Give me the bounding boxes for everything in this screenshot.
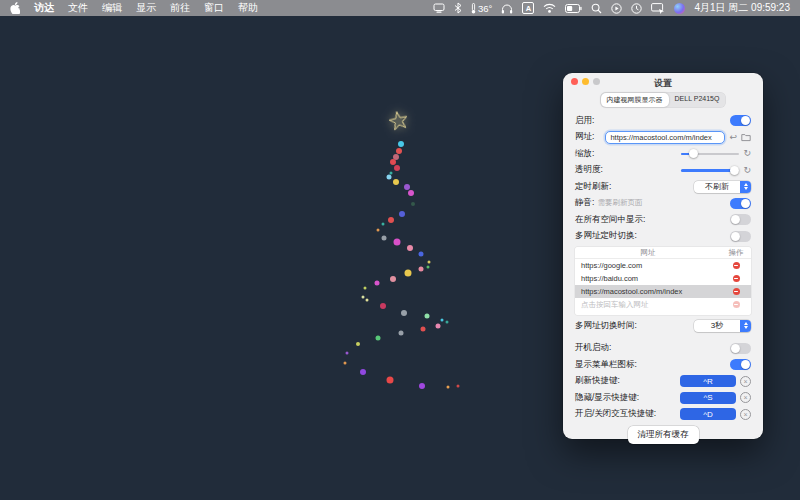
tree-light-dot: [388, 217, 394, 223]
enable-toggle[interactable]: [730, 115, 751, 126]
tree-light-dot: [436, 324, 441, 329]
tree-light-dot: [380, 303, 386, 309]
tree-light-dot: [382, 236, 387, 241]
hide-show-shortcut-label: 隐藏/显示快捷键:: [575, 392, 639, 404]
tree-light-dot: [393, 179, 399, 185]
clock-icon[interactable]: [631, 2, 642, 14]
opacity-reset-icon[interactable]: ↻: [743, 166, 751, 175]
all-spaces-toggle[interactable]: [730, 214, 751, 225]
dropdown-stepper-icon: [740, 320, 751, 332]
menu-item-5[interactable]: 前往: [170, 1, 190, 15]
tab-dell-display[interactable]: DELL P2415Q: [669, 93, 726, 107]
wifi-icon[interactable]: [543, 2, 556, 14]
switch-time-dropdown[interactable]: 3秒: [694, 320, 751, 332]
tree-light-dot: [394, 239, 401, 246]
url-cell: https://google.com: [575, 261, 721, 270]
tree-light-dot: [377, 229, 380, 232]
autostart-label: 开机启动:: [575, 342, 611, 354]
url-row: 网址: ↩: [575, 131, 751, 143]
opacity-slider[interactable]: [681, 166, 739, 175]
menubar-icon-label: 显示菜单栏图标:: [575, 359, 637, 371]
interaction-shortcut-row: 开启/关闭交互快捷键: ^D ×: [575, 408, 751, 420]
menu-bar-clock[interactable]: 4月1日 周二 09:59:23: [694, 1, 790, 15]
menu-item-1[interactable]: 访达: [34, 1, 54, 15]
window-titlebar[interactable]: 设置: [563, 73, 763, 89]
menu-item-4[interactable]: 显示: [136, 1, 156, 15]
url-table-row[interactable]: https://macostool.com/m/index: [575, 285, 751, 298]
mute-toggle[interactable]: [730, 198, 751, 209]
url-table: 网址 操作 https://google.comhttps://baidu.co…: [575, 247, 751, 315]
url-cell: https://baidu.com: [575, 274, 721, 283]
tree-light-dot: [441, 319, 444, 322]
zoom-reset-icon[interactable]: ↻: [743, 149, 751, 158]
multi-url-toggle[interactable]: [730, 231, 751, 242]
remove-url-icon[interactable]: [733, 275, 740, 282]
headphones-icon[interactable]: [501, 2, 513, 14]
autostart-row: 开机启动:: [575, 342, 751, 354]
tree-light-dot: [366, 299, 369, 302]
open-folder-icon[interactable]: [741, 133, 751, 142]
switch-time-label: 多网址切换时间:: [575, 320, 637, 332]
menu-item-6[interactable]: 窗口: [204, 1, 224, 15]
tree-light-dot: [419, 267, 424, 272]
enable-label: 启用:: [575, 115, 594, 127]
tree-light-dot: [356, 342, 360, 346]
clear-cache-button[interactable]: 清理所有缓存: [628, 426, 699, 444]
spotlight-icon[interactable]: [591, 2, 602, 14]
zoom-label: 缩放:: [575, 148, 594, 160]
siri-icon[interactable]: [674, 3, 685, 14]
screen-mirroring-icon[interactable]: [651, 2, 665, 14]
temperature-value: 36°: [478, 3, 492, 14]
clear-shortcut-icon[interactable]: ×: [740, 409, 751, 420]
url-table-row[interactable]: https://baidu.com: [575, 272, 751, 285]
record-icon[interactable]: [611, 2, 622, 14]
tree-light-dot: [427, 266, 430, 269]
clear-shortcut-icon[interactable]: ×: [740, 392, 751, 403]
zoom-slider[interactable]: [681, 149, 739, 158]
tab-builtin-display[interactable]: 内建视网膜显示器: [601, 93, 669, 107]
hide-show-shortcut-key[interactable]: ^S: [680, 392, 736, 404]
tree-light-dot: [419, 383, 425, 389]
tree-light-dot: [394, 165, 400, 171]
apple-menu-icon[interactable]: [10, 2, 20, 14]
timed-refresh-dropdown[interactable]: 不刷新: [694, 181, 751, 193]
url-table-header: 网址 操作: [575, 247, 751, 259]
battery-icon[interactable]: [565, 2, 582, 14]
url-label: 网址:: [575, 131, 594, 143]
input-method-badge[interactable]: A: [522, 2, 534, 14]
menu-item-3[interactable]: 编辑: [102, 1, 122, 15]
dropdown-stepper-icon: [740, 181, 751, 193]
clear-shortcut-icon[interactable]: ×: [740, 376, 751, 387]
url-input-placeholder-row[interactable]: 点击按回车输入网址: [575, 298, 751, 311]
desktop: 访达文件编辑显示前往窗口帮助 36° A: [0, 0, 800, 500]
go-url-icon[interactable]: ↩: [729, 133, 737, 142]
multi-url-row: 多网址定时切换:: [575, 230, 751, 242]
multi-url-label: 多网址定时切换:: [575, 230, 637, 242]
enable-row: 启用:: [575, 115, 751, 127]
timed-refresh-row: 定时刷新: 不刷新: [575, 181, 751, 193]
mute-label: 静音:: [575, 197, 594, 209]
operation-column-header: 操作: [721, 248, 751, 258]
refresh-shortcut-key[interactable]: ^R: [680, 375, 736, 387]
tree-light-dot: [411, 202, 415, 206]
settings-window: 设置 内建视网膜显示器 DELL P2415Q 启用: 网址: ↩: [563, 73, 763, 439]
remove-url-icon[interactable]: [733, 288, 740, 295]
bluetooth-icon[interactable]: [454, 2, 462, 14]
menubar-icon-toggle[interactable]: [730, 359, 751, 370]
tree-light-dot: [396, 148, 402, 154]
url-input[interactable]: [605, 131, 725, 144]
interaction-shortcut-key[interactable]: ^D: [680, 408, 736, 420]
zoom-row: 缩放: ↻: [575, 148, 751, 160]
menu-item-7[interactable]: 帮助: [238, 1, 258, 15]
display-icon[interactable]: [433, 2, 445, 14]
opacity-row: 透明度: ↻: [575, 164, 751, 176]
autostart-toggle[interactable]: [730, 343, 751, 354]
url-column-header: 网址: [575, 248, 721, 258]
refresh-shortcut-row: 刷新快捷键: ^R ×: [575, 375, 751, 387]
menu-item-2[interactable]: 文件: [68, 1, 88, 15]
tree-light-dot: [362, 296, 365, 299]
url-table-row[interactable]: https://google.com: [575, 259, 751, 272]
remove-url-icon[interactable]: [733, 262, 740, 269]
temperature-widget[interactable]: 36°: [471, 3, 492, 14]
tree-light-dot: [419, 252, 424, 257]
